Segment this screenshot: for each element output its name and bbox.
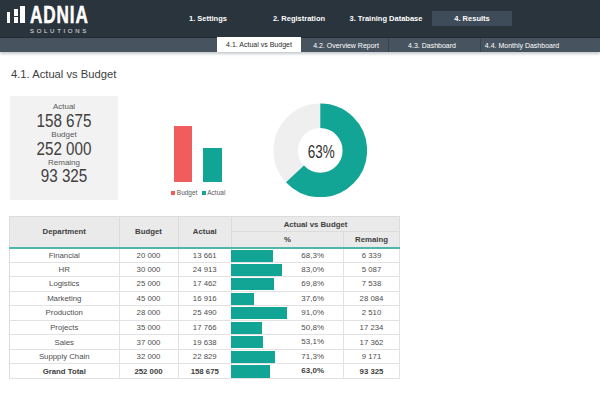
svg-text:63%: 63% <box>308 142 335 162</box>
